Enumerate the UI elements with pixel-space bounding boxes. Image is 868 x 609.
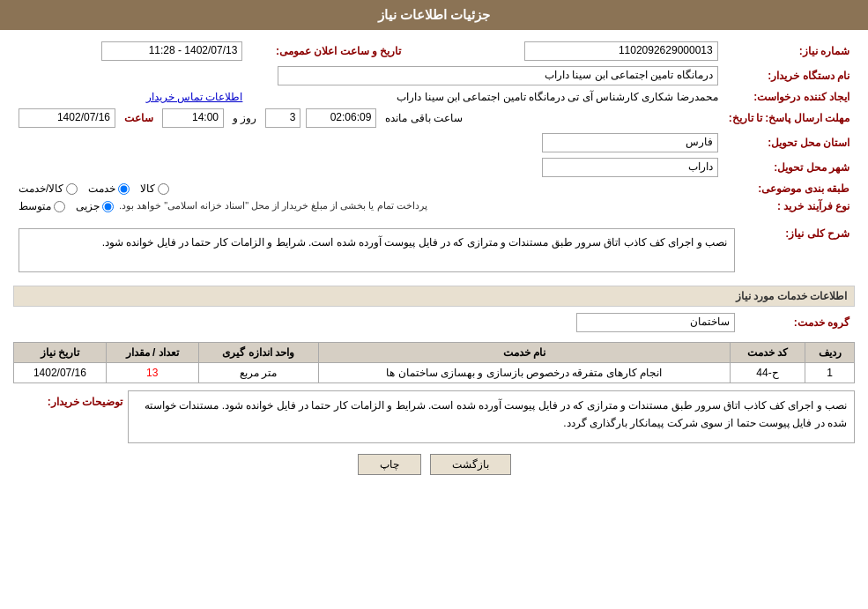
buyer-org-label: نام دستگاه خریدار: — [723, 63, 855, 88]
purchase-type-note: پرداخت تمام یا بخشی از مبلغ خریدار از مح… — [119, 200, 427, 212]
description-table: شرح کلی نیاز: نصب و اجرای کف کاذب اتاق س… — [13, 222, 855, 279]
purchase-type-option-2[interactable]: متوسط — [19, 200, 65, 212]
announce-value: 1402/07/13 - 11:28 — [101, 41, 242, 61]
creator-value: محمدرضا شکاری کارشناس آی تی درمانگاه تام… — [397, 91, 717, 103]
row-number: 1 — [805, 363, 855, 383]
purchase-type-radio-group: متوسط جزیی — [19, 200, 114, 212]
purchase-type-label: نوع فرآیند خرید : — [723, 197, 855, 215]
buyer-notes-section: توضیحات خریدار: نصب و اجرای کف کاذب اتاق… — [13, 390, 855, 443]
deadline-date: 1402/07/16 — [19, 108, 115, 128]
service-group-table: گروه خدمت: ساختمان — [13, 310, 855, 335]
province-label: استان محل تحویل: — [723, 130, 855, 155]
purchase-type-option-2-label: متوسط — [19, 200, 51, 212]
city-value: داراب — [542, 158, 718, 177]
category-label: طبقه بندی موضوعی: — [723, 180, 855, 197]
row-date: 1402/07/16 — [14, 363, 107, 383]
services-title: اطلاعات خدمات مورد نیاز — [13, 286, 855, 307]
row-unit: متر مربع — [198, 363, 318, 383]
info-table: شماره نیاز: 1102092629000013 تاریخ و ساع… — [13, 39, 855, 215]
table-row: شماره نیاز: 1102092629000013 تاریخ و ساع… — [13, 39, 855, 63]
table-row: مهلت ارسال پاسخ: تا تاریخ: 1402/07/16 سا… — [13, 106, 855, 130]
purchase-type-option-1-label: جزیی — [76, 200, 100, 212]
description-row: شرح کلی نیاز: نصب و اجرای کف کاذب اتاق س… — [13, 222, 855, 279]
need-number-label: شماره نیاز: — [723, 39, 855, 63]
category-option-1[interactable]: کالا — [140, 182, 169, 195]
description-text: نصب و اجرای کف کاذب اتاق سرور طبق مستندا… — [19, 228, 735, 272]
buyer-notes-text: نصب و اجرای کف کاذب اتاق سرور طبق مستندا… — [128, 390, 855, 443]
back-button[interactable]: بازگشت — [430, 454, 511, 475]
service-group-label: گروه خدمت: — [740, 310, 855, 335]
print-button[interactable]: چاپ — [358, 454, 421, 475]
category-option-2[interactable]: خدمت — [88, 182, 130, 195]
content-area: شماره نیاز: 1102092629000013 تاریخ و ساع… — [0, 30, 868, 491]
deadline-remaining-label: ساعت باقی مانده — [385, 112, 463, 124]
row-quantity: 13 — [106, 363, 198, 383]
announce-label: تاریخ و ساعت اعلان عمومی: — [276, 45, 401, 57]
service-group-value: ساختمان — [576, 313, 735, 332]
services-table-header: ردیف کد خدمت نام خدمت واحد اندازه گیری ت… — [14, 343, 855, 363]
purchase-type-option-1[interactable]: جزیی — [76, 200, 114, 212]
category-option-1-label: کالا — [140, 182, 155, 195]
province-value: فارس — [542, 133, 718, 152]
deadline-label: مهلت ارسال پاسخ: تا تاریخ: — [723, 106, 855, 130]
creator-link[interactable]: اطلاعات تماس خریدار — [146, 91, 243, 103]
buttons-row: چاپ بازگشت — [13, 454, 855, 475]
col-header-code: کد خدمت — [730, 343, 805, 363]
category-radio-2[interactable] — [118, 183, 130, 195]
city-label: شهر محل تحویل: — [723, 155, 855, 180]
category-option-3[interactable]: کالا/خدمت — [19, 182, 78, 195]
table-row: نوع فرآیند خرید : متوسط جزیی — [13, 197, 855, 215]
col-header-row: ردیف — [805, 343, 855, 363]
deadline-days: 3 — [265, 108, 300, 128]
row-code: ح-44 — [730, 363, 805, 383]
deadline-time: 14:00 — [162, 108, 224, 128]
col-header-name: نام خدمت — [318, 343, 730, 363]
page-container: جزئیات اطلاعات نیاز شماره نیاز: 11020926… — [0, 0, 868, 609]
table-row: نام دستگاه خریدار: درمانگاه تامین اجتماع… — [13, 63, 855, 88]
col-header-unit: واحد اندازه گیری — [198, 343, 318, 363]
category-option-2-label: خدمت — [88, 182, 115, 195]
row-name: انجام کارهای متفرقه درخصوص بازسازی و بهس… — [318, 363, 730, 383]
table-row: طبقه بندی موضوعی: کالا/خدمت خدمت کالا — [13, 180, 855, 197]
need-number-value: 1102092629000013 — [524, 41, 718, 61]
description-label: شرح کلی نیاز: — [740, 222, 855, 279]
service-group-row: گروه خدمت: ساختمان — [13, 310, 855, 335]
services-table: ردیف کد خدمت نام خدمت واحد اندازه گیری ت… — [13, 342, 855, 383]
col-header-qty: تعداد / مقدار — [106, 343, 198, 363]
purchase-type-radio-1[interactable] — [102, 201, 114, 212]
creator-label: ایجاد کننده درخواست: — [723, 88, 855, 106]
deadline-day-label: روز و — [233, 112, 256, 124]
page-header: جزئیات اطلاعات نیاز — [0, 0, 868, 30]
deadline-time-label: ساعت — [124, 112, 153, 124]
purchase-type-radio-2[interactable] — [54, 201, 65, 212]
services-table-row: 1 ح-44 انجام کارهای متفرقه درخصوص بازساز… — [14, 363, 855, 383]
category-radio-3[interactable] — [66, 183, 78, 195]
category-radio-1[interactable] — [158, 183, 169, 195]
deadline-remaining: 02:06:09 — [306, 108, 376, 128]
table-row: استان محل تحویل: فارس — [13, 130, 855, 155]
category-radio-group: کالا/خدمت خدمت کالا — [19, 182, 718, 195]
table-row: ایجاد کننده درخواست: محمدرضا شکاری کارشن… — [13, 88, 855, 106]
col-header-date: تاریخ نیاز — [14, 343, 107, 363]
buyer-org-value: درمانگاه تامین اجتماعی ابن سینا داراب — [278, 66, 718, 85]
category-option-3-label: کالا/خدمت — [19, 182, 63, 195]
header-title: جزئیات اطلاعات نیاز — [378, 7, 490, 22]
buyer-notes-label: توضیحات خریدار: — [13, 390, 128, 408]
table-row: شهر محل تحویل: داراب — [13, 155, 855, 180]
